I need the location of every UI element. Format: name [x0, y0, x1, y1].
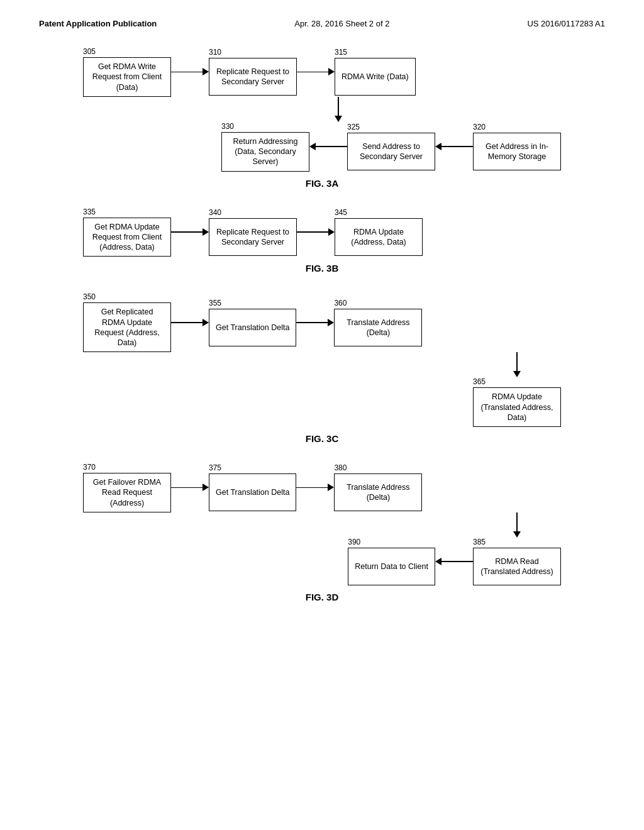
header: Patent Application Publication Apr. 28, … — [39, 19, 605, 28]
box-330: Return Addressing (Data, Secondary Serve… — [221, 132, 309, 172]
box-340: Replicate Request to Secondary Server — [209, 218, 297, 256]
arrowhead — [203, 319, 209, 326]
arrow-355-360 — [296, 319, 334, 326]
box-335-num: 335 — [83, 208, 96, 216]
box-305-group: 305 Get RDMA Write Request from Client (… — [83, 47, 171, 97]
fig3b-row: 335 Get RDMA Update Request from Client … — [83, 208, 561, 257]
box-350-group: 350 Get Replicated RDMA Update Request (… — [83, 292, 171, 352]
box-310: Replicate Request to Secondary Server — [209, 58, 297, 96]
arrow-line — [171, 72, 203, 73]
header-center: Apr. 28, 2016 Sheet 2 of 2 — [294, 19, 389, 28]
box-365-group: 365 RDMA Update (Translated Address, Dat… — [473, 377, 561, 427]
fig3a-row2: 330 Return Addressing (Data, Secondary S… — [83, 122, 561, 172]
box-310-group: 310 Replicate Request to Secondary Serve… — [209, 48, 297, 96]
box-325-group: 325 Send Address to Secondary Server — [347, 123, 435, 170]
box-365-num: 365 — [473, 377, 486, 386]
arrow-375-380 — [296, 484, 334, 491]
box-315-num: 315 — [335, 48, 347, 57]
box-335: Get RDMA Update Request from Client (Add… — [83, 218, 171, 257]
box-375-num: 375 — [209, 463, 221, 472]
box-385-num: 385 — [473, 538, 486, 546]
box-310-num: 310 — [209, 48, 221, 57]
arrowhead — [328, 484, 334, 491]
box-360-num: 360 — [334, 299, 347, 307]
fig3a-diagram: 305 Get RDMA Write Request from Client (… — [83, 47, 561, 189]
arrowhead — [328, 228, 335, 236]
fig3b-diagram: 335 Get RDMA Update Request from Client … — [83, 208, 561, 274]
box-325-num: 325 — [347, 123, 360, 131]
arrowhead — [203, 484, 209, 491]
arrowhead — [309, 143, 316, 150]
box-345: RDMA Update (Address, Data) — [335, 218, 423, 256]
fig3d-row2: 390 Return Data to Client 385 RDMA Read — [83, 538, 561, 585]
arrow-340-345 — [297, 228, 335, 236]
arrow-line — [297, 231, 328, 233]
arrow-370-375 — [171, 484, 209, 491]
box-385: RDMA Read (Translated Address) — [473, 548, 561, 585]
box-320-num: 320 — [473, 123, 486, 131]
fig3d-diagram: 370 Get Failover RDMA Read Request (Addr… — [83, 463, 561, 602]
box-370-group: 370 Get Failover RDMA Read Request (Addr… — [83, 463, 171, 512]
arrow-320-325 — [435, 143, 473, 150]
arrowhead-down — [513, 531, 521, 538]
arrowhead — [328, 68, 335, 75]
box-345-group: 345 RDMA Update (Address, Data) — [335, 208, 423, 256]
fig3b-section: 335 Get RDMA Update Request from Client … — [39, 208, 605, 274]
arrow-line — [297, 72, 328, 73]
box-375: Get Translation Delta — [209, 473, 296, 511]
box-355-num: 355 — [209, 299, 221, 307]
fig3d-vert-connector1 — [83, 512, 561, 538]
fig3d-label: FIG. 3D — [83, 592, 561, 602]
box-380-num: 380 — [334, 463, 347, 472]
arrow-line — [441, 561, 473, 562]
arrowhead-down — [335, 116, 342, 122]
fig3c-vert-connector — [83, 352, 561, 377]
box-385-group: 385 RDMA Read (Translated Address) — [473, 538, 561, 585]
box-320-group: 320 Get Address in In-Memory Storage — [473, 123, 561, 170]
page: Patent Application Publication Apr. 28, … — [0, 0, 644, 640]
box-390-num: 390 — [348, 538, 360, 546]
fig3b-label: FIG. 3B — [83, 263, 561, 274]
box-350-num: 350 — [83, 292, 96, 301]
fig3c-row2: 365 RDMA Update (Translated Address, Dat… — [83, 377, 561, 427]
arrow-305-310 — [171, 68, 209, 75]
fig3c-section: 350 Get Replicated RDMA Update Request (… — [39, 292, 605, 444]
fig3a-label: FIG. 3A — [83, 178, 561, 189]
arrow-line — [441, 146, 473, 147]
fig3a-row1: 305 Get RDMA Write Request from Client (… — [83, 47, 561, 97]
vert-line-315-320 — [338, 97, 339, 116]
arrow-line — [316, 146, 347, 147]
box-360: Translate Address (Delta) — [334, 309, 422, 346]
box-390-group: 390 Return Data to Client — [348, 538, 435, 585]
box-380-group: 380 Translate Address (Delta) — [334, 463, 422, 511]
vert-380-385 — [473, 512, 561, 538]
header-left: Patent Application Publication — [39, 19, 157, 28]
vert-line — [516, 352, 518, 371]
arrowhead — [203, 68, 209, 75]
fig3a-connector-area — [83, 97, 561, 122]
arrow-385-390 — [435, 558, 473, 565]
box-360-group: 360 Translate Address (Delta) — [334, 299, 422, 346]
arrow-line — [171, 231, 203, 233]
arrow-line — [296, 322, 328, 323]
box-370: Get Failover RDMA Read Request (Address) — [83, 473, 171, 512]
box-305: Get RDMA Write Request from Client (Data… — [83, 57, 171, 97]
fig3d-row1: 370 Get Failover RDMA Read Request (Addr… — [83, 463, 561, 512]
arrow-line — [171, 487, 203, 489]
box-365: RDMA Update (Translated Address, Data) — [473, 387, 561, 427]
arrow-line — [296, 487, 328, 489]
fig3c-row1: 350 Get Replicated RDMA Update Request (… — [83, 292, 561, 352]
box-330-num: 330 — [221, 122, 234, 131]
box-315-320-connector — [335, 97, 342, 122]
box-325: Send Address to Secondary Server — [347, 133, 435, 170]
box-315-group: 315 RDMA Write (Data) — [335, 48, 416, 96]
fig3c-label: FIG. 3C — [83, 433, 561, 444]
box-320: Get Address in In-Memory Storage — [473, 133, 561, 170]
header-right: US 2016/0117283 A1 — [527, 19, 605, 28]
box-355: Get Translation Delta — [209, 309, 296, 346]
box-390: Return Data to Client — [348, 548, 435, 585]
arrowhead — [203, 228, 209, 236]
arrow-350-355 — [171, 319, 209, 326]
fig3c-diagram: 350 Get Replicated RDMA Update Request (… — [83, 292, 561, 444]
box-355-group: 355 Get Translation Delta — [209, 299, 296, 346]
